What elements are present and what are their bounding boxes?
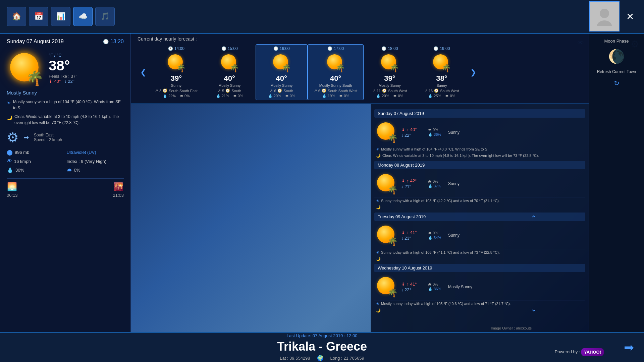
daily-hi-wed: 🌡 ↑ 41° <box>401 282 425 287</box>
hourly-stats-16: 💧 20%🌧 0% <box>268 94 295 98</box>
hourly-sun-16: 🌴 <box>272 54 291 72</box>
hourly-item-15: 🕐15:00 🌴 40° Mostly Sunny ↗5🧭South 💧 21%… <box>204 45 256 100</box>
clock-icon: 🕐 <box>103 39 109 44</box>
humidity-stat: 💧 30% <box>7 167 64 173</box>
temp-hilo: 🌡 40° ↓ 22° <box>49 79 77 84</box>
daily-row-sun: 🌴 🌡 ↑ 40° ↓ 22° 🌧 0% 💧 36% Sunny <box>374 119 585 146</box>
daily-lo-wed: ↓ 22° <box>401 287 425 292</box>
close-button[interactable]: ✕ <box>623 9 637 24</box>
image-owner-label: Image Owner : alexkouts <box>491 326 532 330</box>
hourly-palm-15: 🌴 <box>230 64 239 73</box>
hourly-temp-19: 38° <box>436 74 447 83</box>
daily-hi-sun: 🌡 ↑ 40° <box>401 127 425 132</box>
visibility-stat: 👁 16 kmph <box>7 158 64 164</box>
weather-nav-btn[interactable]: ☁️ <box>73 7 93 26</box>
profile-avatar[interactable] <box>589 1 620 32</box>
home-nav-btn[interactable]: 🏠 <box>7 7 26 26</box>
scroll-down-btn[interactable]: ⌄ <box>531 305 537 313</box>
hourly-stats-14: 💧 22%🌧 0% <box>163 94 190 98</box>
moon-desc-wed-icon: 🌙 <box>376 308 381 313</box>
daily-date-wed: Wednesday 10 August 2019 <box>374 264 585 272</box>
next-city-btn[interactable]: ➡ <box>624 341 634 355</box>
refresh-label: Refresh Current Town <box>597 69 636 74</box>
sunset-icon: 🌇 <box>113 182 123 191</box>
svg-point-1 <box>597 20 612 26</box>
hourly-palm-14: 🌴 <box>176 64 185 73</box>
sunrise-label: 06:13 <box>7 193 18 198</box>
hourly-cond-19: Sunny <box>436 83 447 87</box>
hourly-stats-15: 💧 21%🌧 0% <box>216 94 243 98</box>
hourly-title: Current day hourly forecast : <box>138 36 582 42</box>
hourly-time-15: 🕐15:00 <box>221 46 238 51</box>
feels-like: Feels like : 37° <box>49 74 77 79</box>
daily-palm-mon: 🌴 <box>388 185 398 195</box>
hourly-prev-btn[interactable]: ❮ <box>138 68 149 77</box>
hourly-wind-18: ↗11🧭South West <box>372 88 407 93</box>
sunset-time: 🌇 21:03 <box>113 182 124 198</box>
main-temperature: 38° <box>49 58 77 74</box>
scroll-up-btn[interactable]: ⌃ <box>531 214 537 223</box>
daily-rain-wed: 🌧 0% 💧 36% <box>428 282 445 291</box>
hourly-next-btn[interactable]: ❯ <box>468 68 479 77</box>
palm-icon: 🌴 <box>26 70 44 86</box>
stats-grid: ⬤ 996 mb Ultraviolet (UV) 👁 16 kmph Inde… <box>7 149 124 173</box>
wind-section: ⚙ ➡ South East Speed : 2 kmph <box>7 130 124 145</box>
daily-palm-wed: 🌴 <box>388 288 398 298</box>
current-date: Sunday 07 August 2019 <box>7 39 64 45</box>
uv-value-stat: Index : 9 (Very High) <box>67 158 124 164</box>
daily-lo-tue: ↓ 23° <box>401 236 425 241</box>
daily-hi-tue: 🌡 ↑ 41° <box>401 230 425 235</box>
daily-sun-sun: 🌴 <box>376 121 398 143</box>
hourly-temp-16: 40° <box>276 74 287 83</box>
eye-stat-icon: 👁 <box>7 158 12 164</box>
pressure-stat: ⬤ 996 mb <box>7 149 64 156</box>
moon-forecast-icon: 🌙 <box>7 114 12 121</box>
daily-cond-mon: Sunny <box>448 181 475 186</box>
bottom-bar: Last Update: 07 August 2019 : 12:00 Trik… <box>0 332 644 362</box>
daily-date-mon: Monday 08 August 2019 <box>374 161 585 169</box>
pressure-icon: ⬤ <box>7 149 13 156</box>
hourly-wind-16: ↗6🧭South <box>270 88 293 93</box>
daily-temps-tue: 🌡 ↑ 41° ↓ 23° <box>401 230 425 241</box>
hourly-cond-15: Mostly Sunny <box>218 83 240 87</box>
daily-date-tue: Tuesday 09 August 2019 <box>374 213 585 221</box>
daily-desc-mon-1: ☀ Sunny today with a high of 108 °F (42.… <box>374 198 585 204</box>
calendar-nav-btn[interactable]: 📅 <box>29 7 48 26</box>
daily-desc-mon-2: 🌙 <box>374 204 585 210</box>
moon-desc-icon: 🌙 <box>376 153 381 158</box>
daily-lo-sun: ↓ 22° <box>401 133 425 138</box>
sunrise-time: 🌅 06:13 <box>7 182 18 198</box>
daily-desc-tue-2: 🌙 <box>374 256 585 262</box>
sun-forecast-icon: ☀ <box>7 100 11 107</box>
daily-palm-tue: 🌴 <box>388 237 398 246</box>
chart-nav-btn[interactable]: 📊 <box>51 7 70 26</box>
daily-forecast: Sunday 07 August 2019 🌴 🌡 ↑ 40° ↓ 22° 🌧 … <box>371 104 589 332</box>
daily-sun-tue: 🌴 <box>376 225 398 246</box>
daily-rain-mon: 🌧 0% 💧 37% <box>428 179 445 188</box>
hourly-time-14: 🕐14:00 <box>168 46 184 51</box>
wind-arrow-icon: ➡ <box>24 134 29 141</box>
moon-phase-label: Moon Phase <box>604 39 629 44</box>
daily-lo-mon: ↓ 21° <box>401 184 425 189</box>
hourly-time-17: 🕐17:00 <box>327 46 344 51</box>
hourly-stats-18: 💧 20%🌧 0% <box>376 94 403 98</box>
daily-palm-sun: 🌴 <box>388 134 398 143</box>
hourly-cond-14: Sunny <box>171 83 181 87</box>
hourly-wind-17: ↗6🧭South South West <box>314 88 358 93</box>
rain-icon: 🌧 <box>67 167 72 173</box>
daily-cond-tue: Sunny <box>448 233 475 238</box>
daily-rain-sun: 🌧 0% 💧 36% <box>428 128 445 137</box>
sunrise-icon: 🌅 <box>7 182 17 191</box>
hourly-sun-19: 🌴 <box>432 54 451 72</box>
humidity-icon: 💧 <box>7 167 13 173</box>
right-panel: Moon Phase 🌘 Refresh Current Town ↻ <box>589 34 644 332</box>
refresh-button[interactable]: ↻ <box>614 79 620 87</box>
current-time: 🕐 13:20 <box>103 39 124 45</box>
moon-desc-tue-icon: 🌙 <box>376 256 381 261</box>
center-panel: Current day hourly forecast : ❮ 🕐14:00 🌴… <box>131 34 589 332</box>
top-icons: 🏠 📅 📊 ☁️ 🎵 <box>7 7 115 26</box>
music-nav-btn[interactable]: 🎵 <box>95 7 115 26</box>
forecast-text-2: 🌙 Clear. Winds variable at 3 to 10 mph (… <box>7 114 124 126</box>
daily-desc-sun-2: 🌙 Clear. Winds variable at 3 to 10 mph (… <box>374 153 585 159</box>
hourly-wind-14: ↗3🧭South South East <box>155 88 198 93</box>
